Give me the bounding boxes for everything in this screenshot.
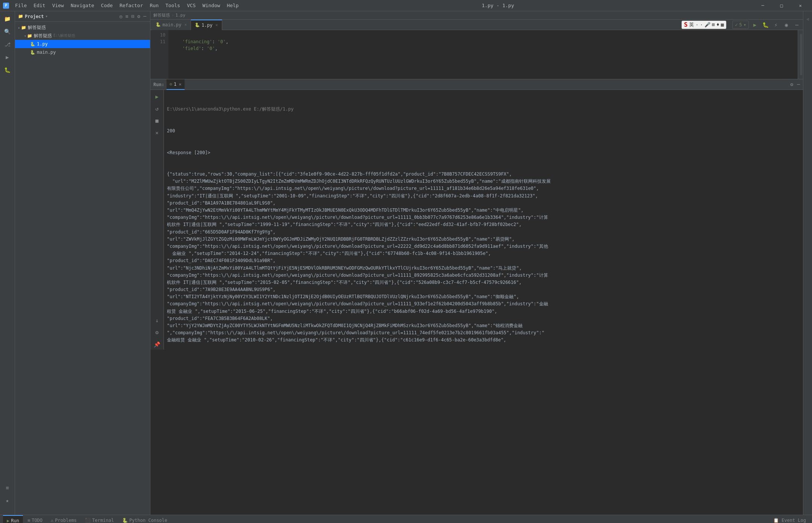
menu-tools[interactable]: Tools bbox=[162, 2, 183, 9]
tree-item-folder-path: E:\解答疑惑 bbox=[53, 33, 75, 38]
ime-toolbar: S 英 · · 🎤 ⊞ ♦ ▦ bbox=[682, 21, 727, 29]
editor-tabs: 🐍 main.py ✕ 🐍 1.py ✕ S 英 · · 🎤 ⊞ ♦ bbox=[150, 20, 803, 30]
run-close-btn[interactable]: ✕ bbox=[152, 127, 162, 138]
tree-item-root-label: 解答疑惑 bbox=[28, 24, 46, 31]
event-log-button[interactable]: 📋 Event Log bbox=[770, 518, 809, 523]
ime-dot2: · bbox=[700, 22, 703, 27]
project-collapse-icon[interactable]: ⊟ bbox=[131, 13, 135, 20]
run-debug-button[interactable]: 🐛 bbox=[761, 20, 770, 29]
breadcrumb-root[interactable]: 解答疑惑 bbox=[153, 12, 170, 18]
right-panel: ◁ bbox=[803, 11, 812, 515]
editor-content-area[interactable]: 10 11 'financing': '0', 'field': '0', Ru… bbox=[150, 30, 803, 515]
run-badge-button[interactable]: ✓ 5 ▾ bbox=[732, 21, 749, 29]
ime-label[interactable]: S bbox=[684, 21, 688, 28]
run-tab-icon: ⊙ bbox=[170, 82, 172, 87]
main-layout: 📁 🔍 ⎇ ▶ 🐛 ≡ ★ 📁 Project ▾ ◎ ≡ ⊟ ⚙ ─ ▸ bbox=[0, 11, 812, 515]
ime-icon2[interactable]: ⊞ bbox=[712, 22, 715, 27]
run-settings-btn[interactable]: ⚙ bbox=[152, 327, 162, 338]
run-more-button[interactable]: ⋯ bbox=[792, 20, 801, 29]
tree-item-mainpy[interactable]: 🐍 main.py bbox=[15, 48, 150, 56]
project-expand-icon[interactable]: ≡ bbox=[125, 13, 129, 20]
menu-navigate[interactable]: Navigate bbox=[68, 2, 97, 9]
run-minimize-icon[interactable]: ─ bbox=[797, 82, 800, 87]
run-status-code: 200 bbox=[167, 127, 800, 135]
run-json-output: {"status":true,"rows":30,"company_list":… bbox=[167, 171, 800, 344]
maximize-button[interactable]: □ bbox=[773, 0, 790, 11]
run-play-btn[interactable]: ▶ bbox=[152, 91, 162, 102]
tab-1py-label: 1.py bbox=[201, 23, 212, 28]
sidebar-favorites-icon[interactable]: ★ bbox=[2, 494, 14, 506]
bottom-tab-terminal[interactable]: ⬛ Terminal bbox=[81, 515, 118, 523]
run-play-button[interactable]: ▶ bbox=[750, 20, 759, 29]
run-tab-close[interactable]: ✕ bbox=[179, 82, 181, 87]
bottom-todo-label: TODO bbox=[32, 518, 42, 523]
ime-icon1[interactable]: 🎤 bbox=[704, 22, 710, 27]
sidebar-debug-icon[interactable]: 🐛 bbox=[2, 64, 14, 76]
menu-code[interactable]: Code bbox=[98, 2, 116, 9]
tab-1py-close[interactable]: ✕ bbox=[215, 23, 218, 27]
ime-dot1: · bbox=[695, 22, 698, 27]
tab-mainpy[interactable]: 🐍 main.py ✕ bbox=[152, 20, 191, 30]
project-panel: 📁 Project ▾ ◎ ≡ ⊟ ⚙ ─ ▸ 📁 解答疑惑 ▾ 📁 bbox=[15, 11, 150, 515]
menu-window[interactable]: Window bbox=[200, 2, 223, 9]
run-tab-1[interactable]: ⊙ 1 ✕ bbox=[167, 79, 185, 90]
bottom-tab-todo[interactable]: ≡ TODO bbox=[24, 515, 46, 523]
code-content[interactable]: 'financing': '0', 'field': '0', bbox=[168, 30, 798, 79]
right-panel-icon1[interactable]: ◁ bbox=[802, 13, 812, 25]
project-locate-icon[interactable]: ◎ bbox=[119, 13, 123, 20]
line-numbers: 10 11 bbox=[150, 30, 168, 79]
ime-icon3[interactable]: ♦ bbox=[717, 22, 720, 27]
run-gear-icon[interactable]: ⚙ bbox=[790, 82, 793, 87]
sidebar-search-icon[interactable]: 🔍 bbox=[2, 26, 14, 38]
menu-view[interactable]: View bbox=[49, 2, 67, 9]
ime-en[interactable]: 英 bbox=[689, 21, 694, 28]
breadcrumb-file[interactable]: 1.py bbox=[176, 13, 186, 18]
run-play-icon: ▶ bbox=[7, 518, 9, 523]
menu-run[interactable]: Run bbox=[147, 2, 162, 9]
bottom-run-label: Run bbox=[11, 518, 19, 523]
run-panel: Run: ⊙ 1 ✕ ⚙ ─ ▶ ↺ ■ ✕ bbox=[150, 79, 803, 350]
sidebar-run-icon[interactable]: ▶ bbox=[2, 51, 14, 63]
minimize-button[interactable]: ─ bbox=[754, 0, 771, 11]
run-coverage-button[interactable]: ◉ bbox=[782, 20, 791, 29]
sidebar-vcs-icon[interactable]: ⎇ bbox=[2, 38, 14, 50]
menu-vcs[interactable]: VCS bbox=[184, 2, 198, 9]
tree-item-folder[interactable]: ▾ 📁 解答疑惑 E:\解答疑惑 bbox=[15, 32, 150, 40]
problems-icon: ⚠ bbox=[51, 518, 53, 523]
python-console-icon: 🐍 bbox=[122, 518, 128, 523]
tab-mainpy-icon: 🐍 bbox=[156, 22, 161, 27]
run-scroll-end-btn[interactable]: ↓ bbox=[152, 315, 162, 326]
menu-refactor[interactable]: Refactor bbox=[117, 2, 146, 9]
run-check-icon: ✓ bbox=[735, 22, 738, 27]
bottom-tab-problems[interactable]: ⚠ Problems bbox=[47, 515, 80, 523]
bottom-terminal-label: Terminal bbox=[92, 518, 114, 523]
run-rerun-btn[interactable]: ↺ bbox=[152, 103, 162, 114]
bottom-bar: ▶ Run ≡ TODO ⚠ Problems ⬛ Terminal 🐍 Pyt… bbox=[0, 515, 812, 523]
run-header-label: Run: bbox=[153, 82, 164, 87]
tab-mainpy-close[interactable]: ✕ bbox=[185, 22, 187, 27]
vertical-scrollbar[interactable] bbox=[800, 34, 802, 75]
tab-1py[interactable]: 🐍 1.py ✕ bbox=[191, 20, 222, 30]
run-profile-button[interactable]: ⚡ bbox=[771, 20, 780, 29]
project-header-icons: ◎ ≡ ⊟ ⚙ ─ bbox=[119, 13, 147, 20]
menu-file[interactable]: File bbox=[12, 2, 30, 9]
run-pin-btn[interactable]: 📌 bbox=[152, 339, 162, 350]
close-button[interactable]: ✕ bbox=[792, 0, 809, 11]
sidebar-structure-icon[interactable]: ≡ bbox=[2, 482, 14, 494]
bottom-tab-run[interactable]: ▶ Run bbox=[3, 515, 23, 523]
run-tab-label: 1 bbox=[174, 82, 176, 87]
run-stop-btn[interactable]: ■ bbox=[152, 115, 162, 126]
menu-edit[interactable]: Edit bbox=[30, 2, 48, 9]
sidebar-project-icon[interactable]: 📁 bbox=[2, 13, 14, 25]
bottom-tab-python-console[interactable]: 🐍 Python Console bbox=[118, 515, 171, 523]
project-settings-icon[interactable]: ⚙ bbox=[136, 13, 141, 20]
tree-item-1py[interactable]: 🐍 1.py bbox=[15, 40, 150, 48]
app-icon: P bbox=[3, 3, 9, 9]
menu-help[interactable]: Help bbox=[224, 2, 242, 9]
project-hide-icon[interactable]: ─ bbox=[142, 13, 147, 20]
code-editor[interactable]: 10 11 'financing': '0', 'field': '0', bbox=[150, 30, 803, 79]
tree-item-root[interactable]: ▸ 📁 解答疑惑 bbox=[15, 23, 150, 32]
ime-icon4[interactable]: ▦ bbox=[721, 22, 724, 27]
run-controls-top: S 英 · · 🎤 ⊞ ♦ ▦ ✓ 5 ▾ ▶ 🐛 ⚡ ◉ ⋯ bbox=[682, 20, 801, 29]
right-gutter bbox=[798, 30, 803, 79]
